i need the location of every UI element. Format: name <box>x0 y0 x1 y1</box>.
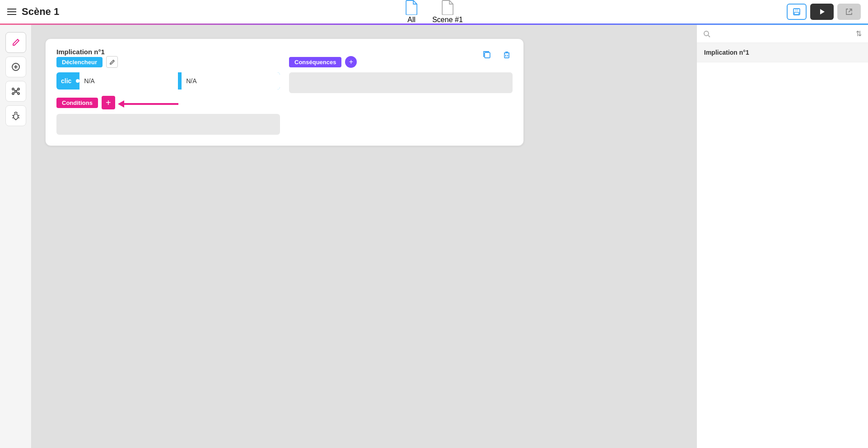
main-layout: Implication n°1 <box>0 25 868 448</box>
svg-line-21 <box>18 118 19 118</box>
tab-all[interactable]: All <box>401 0 421 26</box>
consequences-add-button[interactable]: + <box>345 56 357 68</box>
trigger-edit-button[interactable] <box>106 56 118 68</box>
conditions-badge[interactable]: Conditions <box>56 98 98 108</box>
trigger-dot1 <box>76 79 79 83</box>
svg-rect-23 <box>485 52 490 58</box>
delete-button[interactable] <box>499 47 514 62</box>
search-icon <box>703 30 710 38</box>
svg-line-19 <box>18 115 19 116</box>
trigger-section: Déclencheur clic <box>56 56 280 135</box>
svg-marker-3 <box>820 9 825 14</box>
trigger-row: clic <box>56 72 280 90</box>
implication-card: Implication n°1 <box>45 38 524 146</box>
svg-point-12 <box>18 93 19 94</box>
svg-line-13 <box>14 90 15 91</box>
conditions-area <box>56 114 280 135</box>
svg-point-17 <box>14 114 18 119</box>
trigger-value1-input[interactable] <box>79 72 178 90</box>
trigger-value2-input[interactable] <box>182 72 280 90</box>
card-actions <box>479 47 514 62</box>
topbar-right <box>787 4 861 20</box>
conditions-arrow <box>119 100 178 108</box>
topbar-left: Scène 1 <box>7 6 59 18</box>
svg-line-28 <box>708 35 710 37</box>
conditions-add-button[interactable]: + <box>102 96 115 109</box>
svg-rect-2 <box>794 12 799 14</box>
trigger-header: Déclencheur <box>56 56 280 68</box>
tool-edit[interactable] <box>5 32 26 53</box>
svg-line-16 <box>16 92 18 93</box>
sidebar-search-input[interactable] <box>714 30 852 38</box>
trigger-dot2 <box>178 79 182 83</box>
sort-icon[interactable]: ⇅ <box>856 29 862 38</box>
svg-rect-1 <box>795 9 798 11</box>
tab-scene1-label: Scene #1 <box>432 16 463 24</box>
svg-line-18 <box>12 115 14 116</box>
conditions-header: Conditions + <box>56 96 280 109</box>
duplicate-button[interactable] <box>479 47 495 62</box>
tab-all-label: All <box>407 16 415 24</box>
play-button[interactable] <box>810 4 834 20</box>
tool-network[interactable] <box>5 81 26 102</box>
svg-point-10 <box>18 88 19 90</box>
topbar: Scène 1 All Scene #1 <box>0 0 868 25</box>
consequences-section: Conséquences + <box>289 56 513 135</box>
consequences-badge[interactable]: Conséquences <box>289 57 341 67</box>
card-columns: Déclencheur clic <box>56 56 513 135</box>
implication-title: Implication n°1 <box>56 48 105 56</box>
trigger-badge[interactable]: Déclencheur <box>56 57 103 67</box>
save-button[interactable] <box>787 4 807 20</box>
tab-scene1[interactable]: Scene #1 <box>429 0 467 26</box>
arrow-head <box>118 100 124 108</box>
svg-line-4 <box>849 9 852 12</box>
tool-debug[interactable] <box>5 105 26 126</box>
arrow-line <box>124 103 178 105</box>
left-toolbar <box>0 25 32 448</box>
svg-point-27 <box>704 31 709 36</box>
export-button[interactable] <box>837 4 861 20</box>
svg-point-11 <box>12 93 14 94</box>
svg-point-9 <box>12 88 14 90</box>
right-sidebar: ⇅ Implication n°1 <box>696 25 868 448</box>
canvas-area[interactable]: Implication n°1 <box>32 25 696 448</box>
svg-line-14 <box>16 90 18 91</box>
consequence-area <box>289 72 513 93</box>
svg-line-15 <box>14 92 15 93</box>
topbar-tabs: All Scene #1 <box>401 0 467 26</box>
svg-line-20 <box>12 118 14 118</box>
sidebar-search-row: ⇅ <box>697 25 868 43</box>
hamburger-icon[interactable] <box>7 9 16 15</box>
sidebar-item[interactable]: Implication n°1 <box>697 43 868 62</box>
tool-add[interactable] <box>5 57 26 77</box>
svg-rect-24 <box>504 53 509 58</box>
sidebar-item-label: Implication n°1 <box>704 49 749 56</box>
page-title: Scène 1 <box>22 6 59 18</box>
trigger-action-label: clic <box>56 77 76 85</box>
